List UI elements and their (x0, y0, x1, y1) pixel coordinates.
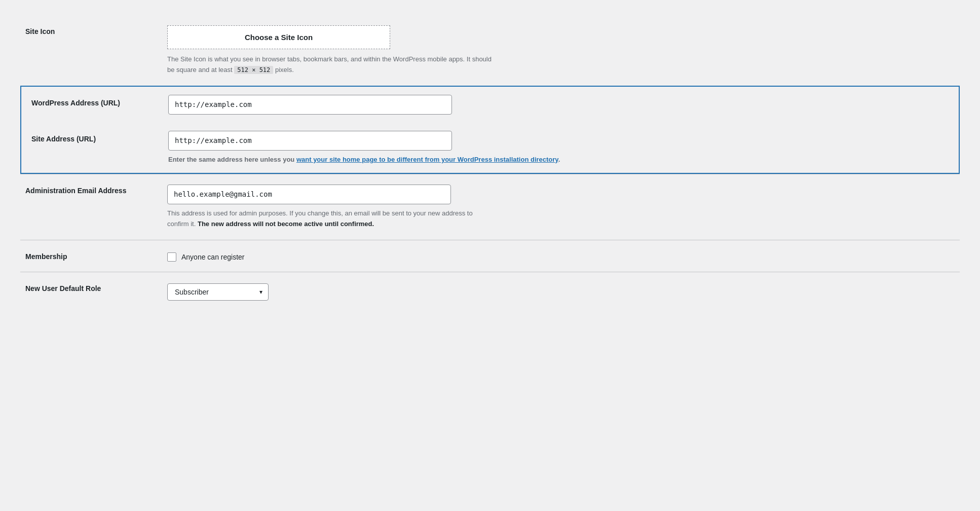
default-role-label: New User Default Role (25, 284, 101, 293)
membership-checkbox-label[interactable]: Anyone can register (167, 252, 955, 262)
site-address-description: Enter the same address here unless you w… (168, 155, 700, 165)
site-address-link[interactable]: want your site home page to be different… (296, 156, 558, 163)
admin-email-input[interactable] (167, 185, 451, 204)
membership-label: Membership (25, 252, 67, 261)
membership-checkbox[interactable] (167, 252, 176, 262)
url-section-row: WordPress Address (URL) Site Address (UR… (20, 86, 960, 174)
role-select-wrapper: Subscriber Contributor Author Editor Adm… (167, 283, 269, 301)
role-select[interactable]: Subscriber Contributor Author Editor Adm… (167, 283, 269, 301)
admin-email-row: Administration Email Address This addres… (20, 174, 960, 240)
default-role-row: New User Default Role Subscriber Contrib… (20, 272, 960, 311)
membership-row: Membership Anyone can register (20, 240, 960, 272)
membership-checkbox-text: Anyone can register (181, 253, 245, 261)
wordpress-address-input[interactable] (168, 95, 452, 115)
url-highlight-box: WordPress Address (URL) Site Address (UR… (20, 86, 960, 174)
site-icon-row: Site Icon Choose a Site Icon The Site Ic… (20, 15, 960, 86)
admin-email-description: This address is used for admin purposes.… (167, 208, 699, 230)
wordpress-address-label: WordPress Address (URL) (31, 99, 120, 107)
site-address-row: Site Address (URL) Enter the same addres… (21, 123, 959, 173)
choose-site-icon-button[interactable]: Choose a Site Icon (167, 25, 390, 49)
site-address-label: Site Address (URL) (31, 135, 96, 143)
site-icon-label: Site Icon (25, 27, 55, 35)
wordpress-address-row: WordPress Address (URL) (21, 87, 959, 123)
pixel-size-code: 512 × 512 (234, 66, 273, 74)
site-address-input[interactable] (168, 131, 452, 151)
site-icon-description: The Site Icon is what you see in browser… (167, 54, 725, 76)
admin-email-label: Administration Email Address (25, 187, 126, 195)
